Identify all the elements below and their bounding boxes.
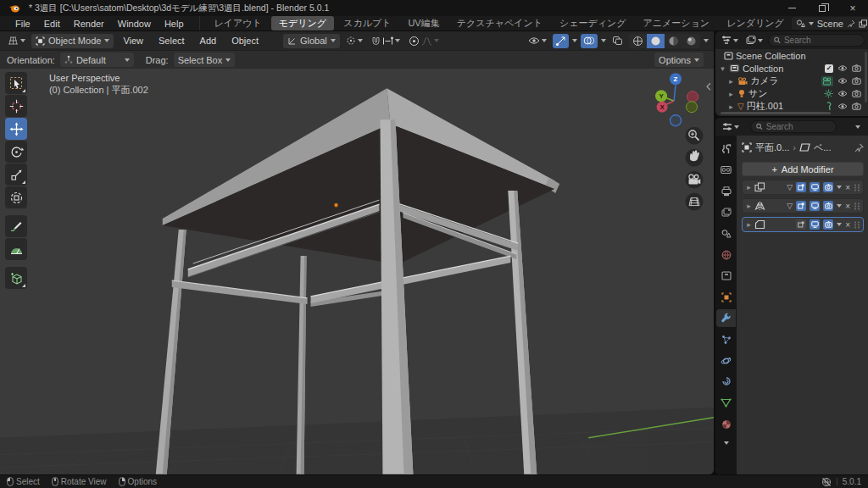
modifier-extras-icon[interactable] <box>837 186 842 189</box>
expand-icon[interactable]: ▾ <box>719 64 726 73</box>
tool-annotate[interactable] <box>5 215 27 237</box>
tab-sculpting[interactable]: スカルプト <box>336 16 398 30</box>
outliner-filter-button[interactable] <box>719 33 741 47</box>
outliner-vscrollbar[interactable] <box>865 52 867 103</box>
minimize-button[interactable] <box>776 0 807 16</box>
shading-rendered-button[interactable] <box>682 34 700 48</box>
shading-dropdown-icon[interactable] <box>704 39 709 42</box>
expand-icon[interactable]: ▸ <box>745 220 753 229</box>
modifier-row-bevel[interactable]: ▸ × <box>742 217 864 232</box>
network-offline-icon[interactable] <box>821 477 832 487</box>
transform-orientation-dropdown[interactable]: Global <box>283 34 340 48</box>
options-dropdown[interactable]: Options <box>654 53 704 67</box>
edit-mode-toggle[interactable] <box>796 201 806 211</box>
expand-icon[interactable]: ▸ <box>727 90 735 98</box>
tab-world[interactable] <box>716 246 736 263</box>
properties-editor-type-button[interactable] <box>720 119 742 134</box>
tool-transform[interactable] <box>5 186 27 208</box>
expand-icon[interactable]: ▸ <box>727 103 735 111</box>
tab-object-data[interactable] <box>716 394 736 412</box>
tool-add-cube[interactable] <box>5 267 27 289</box>
render-toggle[interactable] <box>823 219 833 230</box>
rail-scroll-down-icon[interactable] <box>724 441 729 445</box>
edit-mode-toggle[interactable] <box>796 182 806 192</box>
pin-icon[interactable] <box>847 19 855 28</box>
shading-wireframe-button[interactable] <box>629 34 647 48</box>
menu-help[interactable]: Help <box>158 19 191 29</box>
object-visibility-button[interactable] <box>526 34 549 48</box>
tab-render[interactable] <box>716 161 736 179</box>
viewport-3d[interactable]: User Perspective (0) Collection | 平面.002… <box>0 69 714 474</box>
viewport-menu-view[interactable]: View <box>117 36 149 46</box>
render-visibility-icon[interactable] <box>852 103 861 110</box>
proportional-editing-button[interactable] <box>406 34 442 48</box>
edit-mode-toggle[interactable] <box>796 219 806 230</box>
tab-scene[interactable] <box>716 225 736 242</box>
render-visibility-icon[interactable] <box>852 90 861 97</box>
viewport-menu-object[interactable]: Object <box>225 36 264 46</box>
tool-move[interactable] <box>5 118 27 140</box>
tab-modeling[interactable]: モデリング <box>271 16 334 30</box>
breadcrumb-data[interactable]: ベ... <box>814 141 831 154</box>
scene-selector[interactable]: Scene × <box>792 17 868 30</box>
on-cage-toggle[interactable]: ▽ <box>787 183 793 191</box>
tool-scale[interactable] <box>5 164 27 186</box>
tool-cursor[interactable] <box>5 95 27 117</box>
breadcrumb-object[interactable]: 平面.0... <box>755 141 789 154</box>
viewport-menu-add[interactable]: Add <box>194 36 223 46</box>
viewport-menu-select[interactable]: Select <box>153 36 191 46</box>
drag-handle-icon[interactable] <box>854 221 860 229</box>
tab-collection[interactable] <box>716 267 736 285</box>
tab-modifiers[interactable] <box>716 309 736 327</box>
drag-handle-icon[interactable] <box>854 202 860 210</box>
tab-uv-editing[interactable]: UV編集 <box>400 16 447 30</box>
tab-animation[interactable]: アニメーション <box>636 16 718 30</box>
tab-material[interactable] <box>716 415 736 433</box>
modifier-row-mirror[interactable]: ▸ ▽ × <box>742 198 864 214</box>
delete-modifier-icon[interactable]: × <box>845 202 850 211</box>
shading-solid-button[interactable] <box>647 34 665 48</box>
camera-data-badge[interactable] <box>821 76 833 86</box>
hide-eye-icon[interactable] <box>837 64 848 72</box>
hide-eye-icon[interactable] <box>837 77 848 85</box>
snapping-button[interactable] <box>369 34 403 48</box>
outliner-hscrollbar[interactable] <box>721 112 831 114</box>
pan-button[interactable] <box>686 149 704 167</box>
menu-render[interactable]: Render <box>67 19 111 29</box>
realtime-toggle[interactable] <box>810 182 820 192</box>
modifier-extras-icon[interactable] <box>837 223 842 226</box>
tab-particles[interactable] <box>716 330 736 348</box>
drag-dropdown[interactable]: Select Box <box>174 53 236 67</box>
realtime-toggle[interactable] <box>810 201 820 211</box>
orientation-dropdown[interactable]: Default <box>60 53 134 67</box>
tab-tool[interactable] <box>716 140 736 158</box>
tool-measure[interactable] <box>5 238 27 260</box>
outliner-row-cylinder[interactable]: ▸ ▽ 円柱.001 <box>715 100 868 113</box>
drag-handle-icon[interactable] <box>854 184 860 191</box>
outliner-row-camera[interactable]: ▸ カメラ <box>715 75 868 87</box>
xray-toggle[interactable] <box>609 34 626 48</box>
tab-texture-paint[interactable]: テクスチャペイント <box>449 16 550 30</box>
shading-material-button[interactable] <box>665 34 682 48</box>
hide-eye-icon[interactable] <box>837 103 848 110</box>
tab-constraints[interactable] <box>716 373 736 391</box>
expand-icon[interactable]: ▸ <box>727 77 735 86</box>
delete-modifier-icon[interactable]: × <box>845 220 850 230</box>
menu-edit[interactable]: Edit <box>37 19 67 29</box>
nav-gizmo[interactable]: Z Y X <box>655 73 698 125</box>
outliner-row-sun[interactable]: ▸ サン <box>715 87 868 100</box>
menu-file[interactable]: File <box>8 19 37 29</box>
tab-shading[interactable]: シェーディング <box>552 16 634 30</box>
outliner-search-input[interactable] <box>784 36 859 45</box>
render-toggle[interactable] <box>823 182 833 192</box>
outliner-row-collection[interactable]: ▾ Collection ✓ <box>715 62 868 75</box>
modifier-row-array[interactable]: ▸ ▽ × <box>742 180 864 195</box>
modifier-data-icon[interactable] <box>826 102 833 111</box>
maximize-button[interactable] <box>807 0 837 16</box>
properties-search-input[interactable] <box>766 122 831 131</box>
render-toggle[interactable] <box>823 201 833 211</box>
collection-checkbox[interactable]: ✓ <box>825 64 833 73</box>
tab-physics[interactable] <box>716 352 736 369</box>
ortho-toggle-button[interactable] <box>686 193 704 211</box>
hide-eye-icon[interactable] <box>837 90 848 97</box>
